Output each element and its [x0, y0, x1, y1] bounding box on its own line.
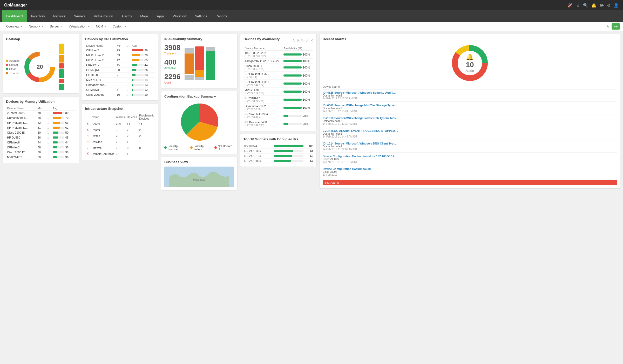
- nav-settings[interactable]: Settings: [191, 10, 211, 22]
- critical-dot: [6, 64, 8, 66]
- min-val: 5: [116, 78, 125, 83]
- nav-alarms[interactable]: Alarms: [117, 10, 136, 22]
- alarm-device: Opmanhv-node2: [323, 132, 617, 135]
- infra-devices: 2: [126, 127, 138, 133]
- alarm-item[interactable]: ID=1010 Source=MSExchangeFastSearch Type…: [323, 116, 617, 127]
- nav-network[interactable]: Network: [49, 10, 70, 22]
- svg-text:United States: United States: [193, 179, 205, 181]
- alarm-id: Device Configuration Backup failed: [323, 167, 617, 170]
- chevron-icon: ▼: [41, 25, 44, 28]
- nav-virtualization[interactable]: Virtualization: [90, 10, 117, 22]
- subnav-right: ★ ≡+: [606, 23, 620, 30]
- gear-icon[interactable]: ⚙: [607, 3, 611, 8]
- edit-icon[interactable]: ✎: [301, 38, 304, 43]
- avg-val: 80: [52, 111, 76, 115]
- table-row: Cisco 2900 IS 50 ... 50: [6, 130, 76, 135]
- film-icon[interactable]: 📽: [600, 3, 604, 8]
- subnav-ncm[interactable]: NCM ▼: [93, 22, 110, 31]
- subnav-custom[interactable]: Custom ▼: [110, 22, 130, 31]
- notification-icon[interactable]: 🔔: [591, 3, 597, 8]
- expand-icon[interactable]: ⤢: [306, 38, 309, 43]
- alarm-item[interactable]: ID=4625 Source=Microsoft-Windows-Securit…: [323, 91, 617, 102]
- nav-inventory[interactable]: Inventory: [27, 10, 49, 22]
- user-icon[interactable]: 👤: [614, 3, 619, 8]
- alarm-time: 14 Feb 2019 12:15:24 PM IST: [323, 110, 617, 113]
- infra-snapshot-title: Infrastructure Snapshot: [85, 107, 155, 111]
- dots: ...: [125, 87, 131, 92]
- col-dots: ...: [45, 106, 51, 111]
- device-name: OPMdev8: [85, 87, 116, 92]
- alarm-item[interactable]: ID=1014 Source=Microsoft-Windows-DNS-Cli…: [323, 142, 617, 153]
- alarm-item[interactable]: ID=6002 Source=MSExchange Mid-Tier Stora…: [323, 104, 617, 114]
- close-icon[interactable]: ✕: [310, 38, 313, 43]
- device-name: HP ProLiant DL325(127.0.0.1): [243, 72, 282, 80]
- dots: ...: [45, 120, 51, 125]
- alarm-item[interactable]: Device Configuration Backup failed Cisco…: [323, 167, 617, 178]
- nav-dashboard[interactable]: Dashboard: [2, 10, 27, 22]
- min-val: 44: [37, 140, 46, 145]
- alarm-id: ID=1014 Source=Microsoft-Windows-DNS-Cli…: [323, 142, 617, 145]
- subnet-bar: [274, 150, 293, 152]
- avg-val: 14: [131, 78, 155, 83]
- min-val: 42: [116, 58, 125, 63]
- device-name: Cisco 2800 IT: [6, 150, 37, 155]
- availability-pct: 100%: [282, 72, 313, 80]
- table-row: ✓ Firewall 0 0 0: [85, 145, 155, 151]
- search-icon[interactable]: 🔍: [583, 3, 588, 8]
- table-row: OPMdev8 5 ... 12: [85, 87, 155, 92]
- avg-val: 33: [131, 73, 155, 78]
- table-row: HP ProLiant D... 42 ... 65: [85, 58, 155, 63]
- subnav-server[interactable]: Server ▼: [47, 22, 65, 31]
- infra-problematic: 2: [138, 127, 155, 133]
- devices-availability-card: Devices by Availability ↻ ⎘ ✎ ⤢ ✕ Device…: [240, 34, 317, 131]
- dots: ...: [45, 155, 51, 160]
- refresh-icon[interactable]: ↻: [293, 38, 296, 43]
- nav-apps[interactable]: Apps: [153, 10, 169, 22]
- subnav-overview[interactable]: Overview ▼: [3, 22, 26, 31]
- app-logo: OpManager: [4, 3, 27, 8]
- chevron-icon: ▼: [60, 25, 62, 28]
- col-device-name[interactable]: Device Name ▲: [243, 46, 282, 51]
- table-row: vCenter 2008... 78 ... 80: [6, 111, 76, 115]
- alarm-item[interactable]: Device Configuration Backup failed for 1…: [323, 155, 617, 165]
- table-row: Opmanhv-nod... 0 ... 13: [85, 83, 155, 87]
- heatmap-donut[interactable]: 20: [23, 50, 57, 84]
- dots: ...: [45, 135, 51, 140]
- alarm-item[interactable]: EVENTLOG ALARM: EVENT PROCESSING STOPPED…: [323, 129, 617, 140]
- alarm-donut[interactable]: 🔔 10 Alarm: [450, 44, 489, 83]
- subnav-network[interactable]: Network ▼: [26, 22, 47, 31]
- table-row: 192.168.220.202(192.168.220.202) 100%: [243, 51, 313, 59]
- subnet-row: 172.24.151.0/... 60: [243, 154, 313, 159]
- device-name: HP ProLiant D...: [6, 120, 37, 125]
- monitor-icon[interactable]: 🖥: [576, 3, 580, 8]
- favorite-icon[interactable]: ★: [606, 24, 610, 29]
- alarm-device: Opmanhv-node2: [323, 145, 617, 148]
- subnet-bar: [274, 155, 292, 157]
- availability-pct: 25%: [282, 120, 313, 128]
- subnet-bar-bg: [274, 160, 303, 162]
- legend-not-backed: Not Backed Up: [214, 145, 234, 151]
- nav-servers[interactable]: Servers: [70, 10, 90, 22]
- rocket-icon[interactable]: 🚀: [567, 3, 573, 8]
- subnav-virtualization[interactable]: Virtualization ▼: [65, 22, 93, 31]
- nav-workflow[interactable]: Workflow: [169, 10, 191, 22]
- dashboard: HeatMap Attention Critical: [0, 31, 623, 364]
- alarm-time: 14 Feb 2019 11:14:49 AM IST: [323, 135, 617, 138]
- add-menu-button[interactable]: ≡+: [612, 23, 620, 30]
- nav-maps[interactable]: Maps: [136, 10, 153, 22]
- infra-problematic: 11: [138, 121, 155, 127]
- min-val: 68: [37, 115, 46, 120]
- alarms-bottom-badge[interactable]: 140 Alarms: [323, 180, 617, 185]
- copy-icon[interactable]: ⎘: [297, 38, 299, 43]
- device-name: HP ProLiant D...: [6, 125, 37, 130]
- dots: ...: [125, 73, 131, 78]
- nav-reports[interactable]: Reports: [211, 10, 232, 22]
- cpu-util-card: Devices by CPU Utilization Device Name M…: [82, 34, 158, 101]
- status-icon-cell: ✗: [85, 127, 91, 133]
- heatmap-title: HeatMap: [6, 37, 76, 41]
- availability-pct: 100%: [282, 80, 313, 88]
- failure-dot: [190, 146, 193, 149]
- alarm-donut-center: 🔔 10 Alarm: [466, 53, 474, 73]
- device-name: 192.168.220.202(192.168.220.202): [243, 51, 282, 59]
- subnet-table: 127.0.0/24 100 172.24.153.0/... 64 172.2…: [243, 144, 313, 163]
